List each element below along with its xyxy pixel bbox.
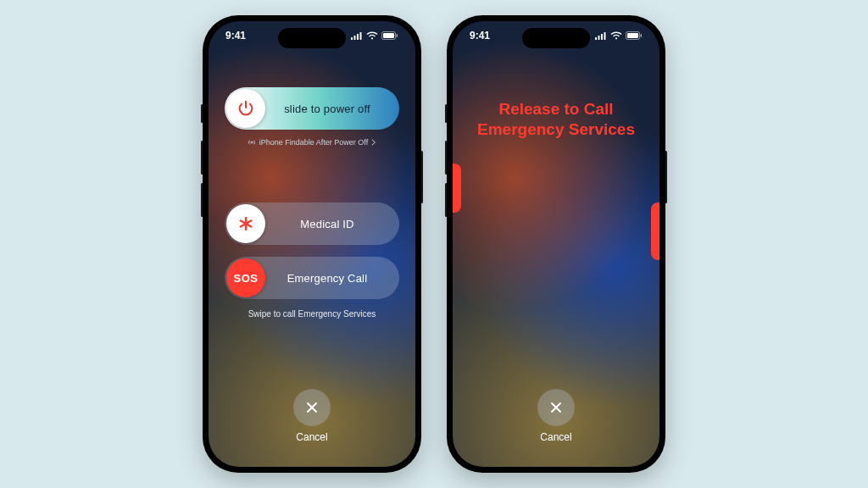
svg-rect-21 (641, 34, 643, 37)
medical-asterisk-icon (237, 215, 254, 232)
svg-point-8 (251, 141, 253, 143)
cancel-button[interactable] (293, 389, 331, 426)
signal-icon (595, 31, 607, 40)
cancel-button[interactable] (537, 389, 575, 426)
svg-rect-3 (360, 32, 362, 40)
status-time: 9:41 (225, 30, 246, 42)
svg-rect-1 (354, 36, 356, 40)
cancel-label: Cancel (540, 431, 571, 443)
emergency-call-slider[interactable]: SOS Emergency Call (225, 257, 399, 299)
svg-point-4 (371, 37, 373, 39)
sos-icon: SOS (234, 272, 259, 285)
battery-icon (381, 31, 398, 40)
power-off-label: slide to power off (267, 103, 399, 115)
close-icon (548, 400, 564, 415)
chevron-right-icon (371, 139, 376, 146)
findable-text: iPhone Findable After Power Off (259, 138, 368, 147)
svg-rect-17 (604, 32, 606, 40)
svg-rect-16 (601, 34, 603, 40)
close-icon (304, 400, 320, 415)
svg-rect-0 (351, 37, 353, 40)
status-time: 9:41 (470, 30, 490, 42)
svg-point-18 (615, 37, 617, 39)
emergency-call-label: Emergency Call (267, 272, 399, 285)
signal-icon (351, 31, 363, 40)
release-to-call-heading: Release to Call Emergency Services (477, 99, 635, 140)
findable-icon (248, 138, 256, 147)
wifi-icon (366, 31, 378, 40)
cancel-label: Cancel (296, 431, 327, 443)
power-icon (236, 99, 255, 118)
svg-rect-2 (357, 34, 359, 40)
phone-mockup-release-to-call: 9:41 Release to Call Emergency Services (447, 15, 665, 473)
svg-rect-15 (598, 36, 600, 40)
dynamic-island (278, 28, 346, 48)
phone-mockup-power-off: 9:41 slide to power (203, 15, 421, 473)
swipe-hint: Swipe to call Emergency Services (248, 309, 376, 319)
medical-id-slider[interactable]: Medical ID (225, 202, 399, 245)
medical-id-label: Medical ID (267, 218, 399, 230)
svg-rect-6 (383, 33, 394, 38)
battery-icon (626, 31, 643, 40)
findable-link[interactable]: iPhone Findable After Power Off (248, 138, 376, 147)
power-off-thumb[interactable] (226, 89, 265, 128)
dynamic-island (522, 28, 590, 48)
wifi-icon (610, 31, 622, 40)
emergency-call-thumb[interactable]: SOS (226, 258, 265, 297)
svg-rect-14 (595, 37, 597, 40)
svg-rect-7 (397, 34, 398, 37)
power-off-slider[interactable]: slide to power off (225, 87, 399, 130)
medical-id-thumb[interactable] (226, 204, 265, 243)
svg-rect-20 (627, 33, 638, 38)
